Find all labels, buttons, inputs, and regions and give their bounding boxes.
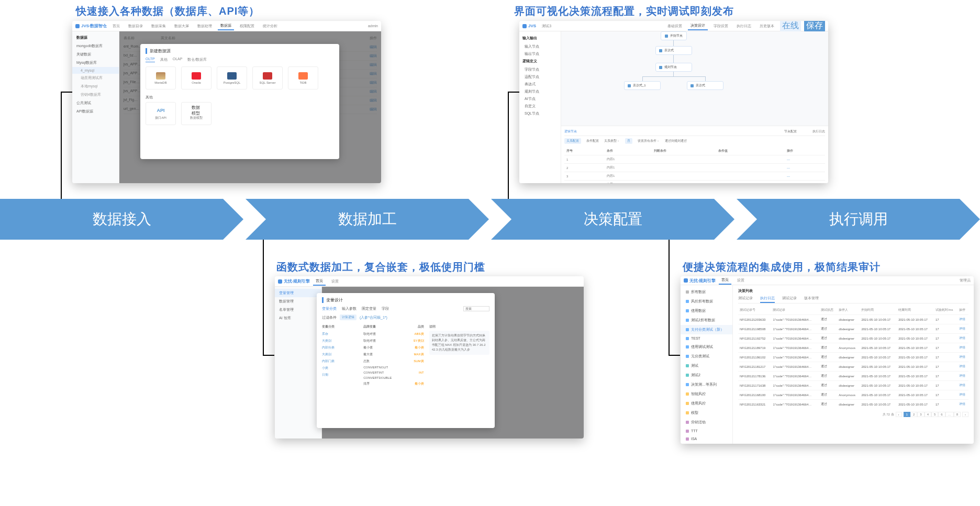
ss4-side-12[interactable]: 信用风控 xyxy=(681,399,732,408)
pager-page[interactable]: 2 xyxy=(910,412,917,417)
ss2-row[interactable]: 4内容1⋯ xyxy=(564,181,825,184)
ss1-tab-7[interactable]: 统计分析 xyxy=(260,23,280,30)
ss4-row[interactable]: NFG201211633211"code":"7019191364664…通过d… xyxy=(738,400,968,409)
ss1-tab-6[interactable]: 权限配置 xyxy=(237,23,257,30)
db-mariadb[interactable]: MariaDB xyxy=(146,66,176,89)
ss3-var-item[interactable]: CONVERTDOUBLE xyxy=(363,375,424,380)
ss1-user[interactable]: admin xyxy=(368,24,378,28)
ss2-side2-3[interactable]: 规则节点 xyxy=(519,88,561,95)
ss4-user[interactable]: 管理员 xyxy=(960,278,971,283)
ss1-side-4[interactable]: 场景用测试库 xyxy=(72,74,119,82)
ss3-tab-1[interactable]: 输入参数 xyxy=(342,306,357,311)
ss4-side-14[interactable]: 营销活动 xyxy=(681,418,732,427)
ss2-sw1-v[interactable]: 且 xyxy=(625,138,632,144)
ss3-cat-item[interactable]: 内部门类 xyxy=(322,358,358,365)
ss4-side-10[interactable]: 决策测…等系列 xyxy=(681,380,732,389)
ss3-tab-2[interactable]: 固定变量 xyxy=(362,306,376,311)
ss4-row[interactable]: NFG201211781361"code":"7019191364664…通过d… xyxy=(738,372,968,381)
ss4-row[interactable]: NFG201211897191"code":"7019191364664…通过A… xyxy=(738,343,968,353)
ss4-crumb-1[interactable]: 设置 xyxy=(734,277,747,284)
ss3-var-item[interactable]: 最小值最小类 xyxy=(363,344,424,351)
ss3-formula-tag[interactable]: 计算逻辑 xyxy=(340,314,357,320)
ss2-ttab-4[interactable]: 历史版本 xyxy=(757,23,777,30)
ss3-search[interactable] xyxy=(463,306,489,311)
ss3-cat-item[interactable]: 大类别 xyxy=(322,351,358,358)
ss4-row[interactable]: NFG201211861021"code":"7019191364664…通过d… xyxy=(738,353,968,362)
ss3-nav-1[interactable]: 设置 xyxy=(329,278,341,285)
ss2-bot-r1[interactable]: 执行日志 xyxy=(812,129,825,134)
ss2-canvas[interactable]: 开始节点 表达式 规则节点 表达式_1 表达式 逻辑节点 节点配置 执行日志 关… xyxy=(561,31,828,183)
ss4-side-5[interactable]: TEST xyxy=(681,334,732,342)
ss4-side-2[interactable]: 信用数据 xyxy=(681,306,732,316)
ss2-side1-1[interactable]: 输出节点 xyxy=(519,50,561,58)
ss2-side2-2[interactable]: 表达式 xyxy=(519,81,561,88)
ss2-side2-0[interactable]: 字段节点 xyxy=(519,66,561,73)
db-model[interactable]: 数据模型 数据模型 xyxy=(181,102,211,125)
ss1-tab-1[interactable]: 数据目录 xyxy=(126,23,146,30)
ss1-mtab-0[interactable]: OLTP xyxy=(146,57,155,62)
ss4-side-3[interactable]: 测试2所有数据 xyxy=(681,316,732,325)
ss1-mtab-2[interactable]: OLAP xyxy=(173,57,183,62)
ss3-cat-item[interactable]: 小类 xyxy=(322,365,358,372)
ss4-row[interactable]: NFG201211716381"code":"7019191364664…通过d… xyxy=(738,381,968,390)
ss2-bot-r0[interactable]: 节点配置 xyxy=(784,129,797,134)
ss2-bot-tab[interactable]: 逻辑节点 xyxy=(564,129,577,134)
ss2-btn-online[interactable]: 在线 xyxy=(780,21,801,32)
pager-page[interactable]: 4 xyxy=(925,412,931,417)
ss4-row[interactable]: NFG201211812171"code":"7019191364664…通过d… xyxy=(738,362,968,372)
ss4-side-0[interactable]: 所有数据 xyxy=(681,287,732,297)
ss3-var-item[interactable]: CONVERTNOLIT xyxy=(363,365,424,370)
ss1-side-3[interactable]: 4_mysql xyxy=(72,67,119,74)
ss4-side-4[interactable]: 支付分类测试（新） xyxy=(681,325,732,334)
ss1-tab-4[interactable]: 数据处理 xyxy=(195,23,215,30)
ss3-tab-3[interactable]: 字段 xyxy=(382,306,389,311)
ss3-cat-item[interactable]: 大类别 xyxy=(322,338,358,344)
ss4-tab-0[interactable]: 测试记录 xyxy=(738,296,753,303)
ss2-radio-1[interactable]: 条件配置 xyxy=(586,139,599,143)
ss3-cat-item[interactable]: 内部分类 xyxy=(322,344,358,351)
ss1-tab-5[interactable]: 数据源 xyxy=(218,22,234,30)
ss1-tab-2[interactable]: 数据采集 xyxy=(149,23,169,30)
ss4-side-8[interactable]: 测试 xyxy=(681,361,732,370)
ss3-tab-0[interactable]: 变量分类 xyxy=(322,306,337,311)
ss1-tab-0[interactable]: 首页 xyxy=(110,23,122,30)
ss3-cat-item[interactable]: 日期 xyxy=(322,372,358,378)
ss1-side-5[interactable]: 本地mysql xyxy=(72,82,119,91)
ss2-radio-0[interactable]: 关系配置 xyxy=(564,138,581,144)
ss1-side-0[interactable]: mongodb数据库 xyxy=(72,42,119,50)
ss3-var-item[interactable]: 排序最小类 xyxy=(363,380,424,387)
pager-page[interactable]: 6 xyxy=(938,412,945,417)
ss2-ttab-3[interactable]: 执行日志 xyxy=(734,23,754,30)
db-tidb[interactable]: TiDB xyxy=(288,66,318,89)
ss4-row[interactable]: NFG201212036331"code":"7019191364664…通过d… xyxy=(738,315,968,324)
db-api[interactable]: API 接口API xyxy=(146,102,176,125)
ss4-side-13[interactable]: 模型 xyxy=(681,408,732,418)
ss2-row[interactable]: 1内容1⋯ xyxy=(564,155,825,164)
ss4-tab-1[interactable]: 执行日志 xyxy=(760,296,775,303)
ss4-side-9[interactable]: 测试2 xyxy=(681,370,732,380)
ss2-btn-save[interactable]: 保存 xyxy=(804,21,825,32)
ss4-side-11[interactable]: 智能风控 xyxy=(681,389,732,399)
ss2-row[interactable]: 3内容1⋯ xyxy=(564,172,825,181)
db-sqlserver[interactable]: SQL Server xyxy=(252,66,283,89)
ss3-var-item[interactable]: 取绝对值ABS类 xyxy=(363,331,424,338)
pager-prev[interactable]: ‹ xyxy=(896,412,902,417)
ss3-side-3[interactable]: AI 智库 xyxy=(275,314,321,322)
ss4-tab-2[interactable]: 调试记录 xyxy=(782,296,797,303)
ss2-side2-5[interactable]: 自定义 xyxy=(519,103,561,110)
pager-page[interactable]: 8 xyxy=(954,412,961,417)
ss4-side-16[interactable]: ISA xyxy=(681,435,732,443)
ss1-side-2[interactable]: Mysql数据库 xyxy=(72,59,119,67)
ss2-side2-1[interactable]: 适配节点 xyxy=(519,73,561,81)
ss4-side-7[interactable]: 无分类测试 xyxy=(681,352,732,361)
ss2-side2-6[interactable]: SQL节点 xyxy=(519,110,561,117)
ss2-row[interactable]: 2内容1⋯ xyxy=(564,164,825,172)
ss2-ttab-1[interactable]: 决策设计 xyxy=(688,22,708,30)
ss3-var-item[interactable]: 取绝对值SY类别 xyxy=(363,338,424,344)
ss3-side-2[interactable]: 名单管理 xyxy=(275,306,321,314)
pager-page[interactable]: 5 xyxy=(931,412,938,417)
flow-node-start[interactable]: 开始节点 xyxy=(661,31,687,40)
ss2-ttab-2[interactable]: 字段设置 xyxy=(711,23,731,30)
ss4-row[interactable]: NFG201211985081"code":"7019191364664…通过d… xyxy=(738,324,968,334)
ss3-var-item[interactable]: 最大值MAX类 xyxy=(363,351,424,358)
